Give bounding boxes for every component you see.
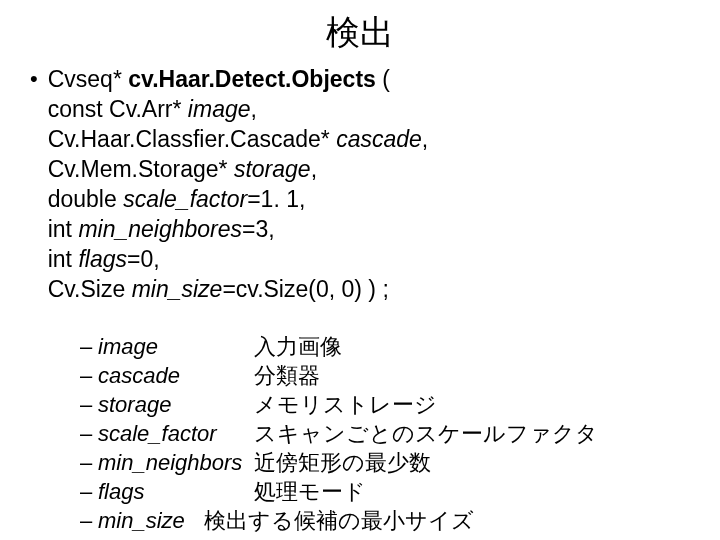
- param-row: –min_size 検出する候補の最小サイズ: [80, 506, 690, 535]
- function-signature: • Cvseq* cv.Haar.Detect.Objects ( const …: [30, 64, 690, 304]
- dash-bullet: –: [80, 448, 98, 477]
- dash-bullet: –: [80, 477, 98, 506]
- param-name: scale_factor: [98, 419, 248, 448]
- param-desc: 入力画像: [254, 334, 342, 359]
- signature-line-8: Cv.Size min_size=cv.Size(0, 0) ) ;: [48, 274, 429, 304]
- param-desc: スキャンごとのスケールファクタ: [254, 421, 598, 446]
- param-row: –cascade 分類器: [80, 361, 690, 390]
- param-desc: 処理モード: [254, 479, 366, 504]
- param-name: storage: [98, 390, 248, 419]
- param-name: image: [98, 332, 248, 361]
- parameter-list: –image 入力画像–cascade 分類器–storage メモリストレージ…: [80, 332, 690, 535]
- param-row: –image 入力画像: [80, 332, 690, 361]
- signature-line-3: Cv.Haar.Classfier.Cascade* cascade,: [48, 124, 429, 154]
- param-name: cascade: [98, 361, 248, 390]
- dash-bullet: –: [80, 506, 98, 535]
- signature-line-1: Cvseq* cv.Haar.Detect.Objects (: [48, 64, 429, 94]
- param-desc: 近傍矩形の最少数: [254, 450, 431, 475]
- dash-bullet: –: [80, 361, 98, 390]
- param-row: –scale_factor スキャンごとのスケールファクタ: [80, 419, 690, 448]
- param-name: min_neighbors: [98, 448, 248, 477]
- param-row: –min_neighbors 近傍矩形の最少数: [80, 448, 690, 477]
- signature-line-2: const Cv.Arr* image,: [48, 94, 429, 124]
- param-row: –storage メモリストレージ: [80, 390, 690, 419]
- bullet-dot: •: [30, 64, 38, 304]
- param-name: flags: [98, 477, 248, 506]
- dash-bullet: –: [80, 419, 98, 448]
- signature-line-7: int flags=0,: [48, 244, 429, 274]
- signature-block: Cvseq* cv.Haar.Detect.Objects ( const Cv…: [48, 64, 429, 304]
- param-desc: 分類器: [254, 363, 320, 388]
- param-desc: 検出する候補の最小サイズ: [204, 508, 474, 533]
- signature-line-5: double scale_factor=1. 1,: [48, 184, 429, 214]
- slide: 検出 • Cvseq* cv.Haar.Detect.Objects ( con…: [0, 0, 720, 540]
- dash-bullet: –: [80, 332, 98, 361]
- param-name: min_size: [98, 506, 198, 535]
- dash-bullet: –: [80, 390, 98, 419]
- param-desc: メモリストレージ: [254, 392, 437, 417]
- signature-line-6: int min_neighbores=3,: [48, 214, 429, 244]
- slide-title: 検出: [30, 10, 690, 56]
- signature-line-4: Cv.Mem.Storage* storage,: [48, 154, 429, 184]
- param-row: –flags 処理モード: [80, 477, 690, 506]
